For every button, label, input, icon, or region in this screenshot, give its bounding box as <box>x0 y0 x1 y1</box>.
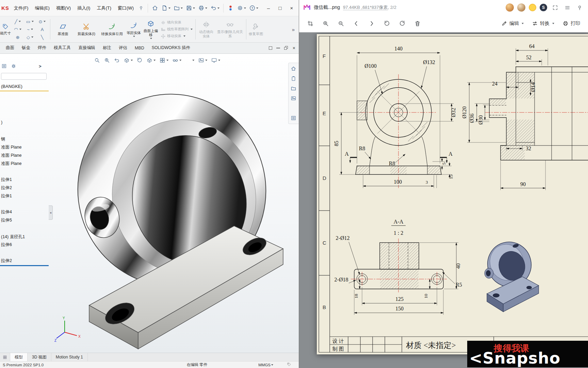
print-button[interactable] <box>197 3 209 13</box>
tab-3d-views[interactable]: 3D 视图 <box>28 353 51 361</box>
previous-view-icon[interactable] <box>112 56 121 64</box>
view-settings-icon[interactable] <box>210 56 222 64</box>
appearance-manager-icon[interactable] <box>20 63 26 69</box>
next-image-button[interactable] <box>365 17 378 30</box>
zoom-out-button[interactable] <box>334 17 347 30</box>
avatar[interactable] <box>506 3 514 12</box>
tree-item-plane[interactable]: 准面 Plane <box>1 153 21 159</box>
convert-button[interactable]: 转换 <box>529 18 557 29</box>
tree-expand-button[interactable]: > <box>39 64 42 69</box>
tab-mold-tools[interactable]: 模具工具 <box>50 42 75 54</box>
crop-button[interactable] <box>304 17 317 30</box>
tree-item-extrude[interactable]: 拉伸5 <box>1 217 12 224</box>
units-selector[interactable]: MMGS <box>258 363 273 367</box>
ribbon-overflow-button[interactable]: » <box>289 27 297 32</box>
delete-button[interactable] <box>411 17 424 30</box>
tree-item-extrude[interactable]: 拉伸4 <box>1 209 12 215</box>
doc-minimize-icon[interactable] <box>276 48 280 48</box>
menu-file[interactable]: 文件(F) <box>11 3 32 13</box>
smart-dimension-button[interactable]: 能尺寸 <box>0 17 11 41</box>
avatar[interactable] <box>517 3 525 12</box>
sketch-centerline-button[interactable]: ╲ <box>36 33 48 41</box>
tab-annotation[interactable]: 标注 <box>99 42 115 54</box>
appearances-icon[interactable] <box>289 103 298 113</box>
ribbon-mirror-entities-button[interactable]: 镜向实体 <box>160 20 194 26</box>
tab-mbd[interactable]: MBD <box>131 43 148 53</box>
ribbon-linear-pattern-button[interactable]: 线性草图阵列 <box>160 27 194 32</box>
pin-menu-icon[interactable] <box>137 4 145 12</box>
tab-model[interactable]: 模型 <box>10 353 28 361</box>
open-file-button[interactable] <box>172 3 184 13</box>
tab-direct-editing[interactable]: 直接编辑 <box>75 42 99 54</box>
zoom-area-icon[interactable] <box>102 56 111 64</box>
file-explorer-icon[interactable] <box>289 83 298 93</box>
sketch-arc-button[interactable]: ◠ <box>12 26 24 33</box>
tree-item-extrude[interactable]: 拉伸1 <box>1 193 12 199</box>
rotate-right-button[interactable] <box>396 17 409 30</box>
property-manager-icon[interactable] <box>11 63 16 69</box>
custom-properties-icon[interactable] <box>289 113 298 123</box>
sketch-rectangle-button[interactable]: ▭ <box>24 18 36 26</box>
print-button[interactable]: 打印 <box>559 18 583 29</box>
zoom-in-button[interactable] <box>319 17 332 30</box>
ribbon-move-entities-button[interactable]: 移动实体 <box>160 33 194 39</box>
welcome-button[interactable] <box>150 3 160 13</box>
tag-icon[interactable] <box>287 362 291 367</box>
hide-show-items-icon[interactable] <box>171 56 183 64</box>
menu-icon[interactable] <box>563 3 572 12</box>
rotate-left-button[interactable] <box>380 17 393 30</box>
rollback-bar[interactable] <box>0 265 49 266</box>
tree-filter-input[interactable] <box>1 73 47 80</box>
ribbon-display-relations-button[interactable]: 显示/删除几何关系 <box>216 17 244 41</box>
section-view-icon[interactable] <box>122 56 134 64</box>
sketch-spline-button[interactable]: ~ <box>24 26 36 33</box>
part-name[interactable]: (BANGKE) <box>1 84 22 89</box>
ribbon-repair-sketch-button[interactable]: 修复草图 <box>248 17 264 41</box>
ribbon-dynamic-mirror-button[interactable]: 动态镜向实体 <box>197 17 215 41</box>
maximize-button[interactable]: □ <box>274 3 286 14</box>
undo-button[interactable] <box>209 3 221 13</box>
tab-motion-study[interactable]: Motion Study 1 <box>51 353 88 361</box>
ribbon-plane-button[interactable]: 基准面 <box>52 17 74 41</box>
reward-badge-icon[interactable] <box>529 4 536 11</box>
tree-item-plane[interactable]: 准面 Plane <box>1 144 21 151</box>
graphics-viewport[interactable]: > (BANGKE) ) 钢 准面 Plane 准面 Plane 准面 Plan… <box>0 54 299 353</box>
viewer-canvas[interactable]: F E D C B <box>299 32 588 368</box>
doc-close-button[interactable]: × <box>293 45 295 51</box>
tree-item-material[interactable]: 钢 <box>1 136 5 142</box>
new-file-button[interactable] <box>160 3 172 13</box>
menu-insert[interactable]: 插入(I) <box>74 3 93 13</box>
rotate-view-icon[interactable] <box>135 56 144 64</box>
home-tab-icon[interactable] <box>289 64 298 74</box>
s-badge[interactable]: S <box>540 4 547 11</box>
feature-manager-icon[interactable] <box>1 63 7 69</box>
ribbon-surface-offset-button[interactable]: 曲面上偏移 <box>143 17 159 41</box>
ribbon-convert-entities-button[interactable]: 转换实体引用 <box>99 17 125 41</box>
close-button[interactable]: × <box>286 3 297 14</box>
options-button[interactable] <box>235 3 247 13</box>
design-library-icon[interactable] <box>289 74 298 83</box>
minimize-button[interactable]: – <box>263 3 274 14</box>
tree-item-extrude[interactable]: 拉伸1 <box>1 177 12 183</box>
ribbon-offset-entities-button[interactable]: 等距实体 <box>126 17 142 41</box>
sketch-line-button[interactable]: ╱ <box>12 18 24 26</box>
previous-image-button[interactable] <box>350 17 363 30</box>
tree-item-hole[interactable]: (14) 直径孔1 <box>1 234 25 240</box>
tab-overview-icon[interactable] <box>0 353 10 361</box>
doc-cascade-icon[interactable] <box>284 46 289 50</box>
save-button[interactable] <box>184 3 196 13</box>
sketch-point-button[interactable]: ⊕ <box>12 33 24 41</box>
menu-window[interactable]: 窗口(W) <box>115 3 137 13</box>
tab-evaluate[interactable]: 评估 <box>115 42 131 54</box>
tree-collapse-handle[interactable]: ◂ <box>49 205 53 220</box>
fullscreen-icon[interactable] <box>551 3 559 12</box>
apply-scene-icon[interactable] <box>197 56 209 64</box>
menu-view[interactable]: 视图(V) <box>53 3 74 13</box>
tab-solidworks-addins[interactable]: SOLIDWORKS 插件 <box>148 42 194 54</box>
edit-button[interactable]: 编辑 <box>498 18 527 29</box>
sketch-circle-button[interactable]: ⊙ <box>36 18 48 26</box>
menu-edit[interactable]: 编辑(E) <box>32 3 52 13</box>
tree-item-extrude[interactable]: 拉伸2 <box>1 185 12 191</box>
tree-item-plane[interactable]: 准面 Plane <box>1 161 21 167</box>
sketch-text-button[interactable]: A <box>36 26 48 33</box>
